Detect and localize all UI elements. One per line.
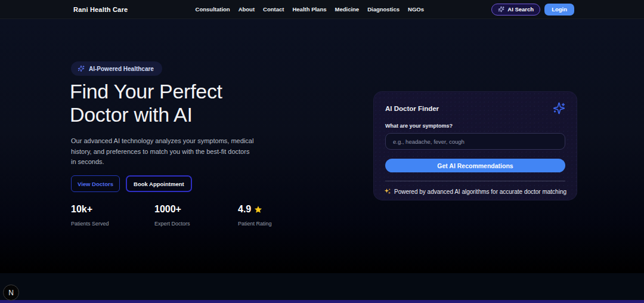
title-line-2: Doctor with AI <box>70 103 222 126</box>
dev-badge-letter: N <box>8 289 14 297</box>
stats-row: 10k+ Patients Served 1000+ Expert Doctor… <box>71 204 321 227</box>
page-title: Find Your Perfect Doctor with AI <box>70 80 222 126</box>
stat-label: Patients Served <box>71 221 154 227</box>
stat-expert-doctors: 1000+ Expert Doctors <box>154 204 238 227</box>
gold-sparkles-icon <box>384 188 391 195</box>
nav-link-medicine[interactable]: Medicine <box>335 6 360 13</box>
nav-link-ngos[interactable]: NGOs <box>408 6 424 13</box>
finder-card-title: AI Doctor Finder <box>385 105 439 112</box>
get-recommendations-button[interactable]: Get AI Recommendations <box>385 159 565 172</box>
sparkles-icon <box>498 6 504 13</box>
rating-number: 4.9 <box>238 204 251 215</box>
hero-description: Our advanced AI technology analyzes your… <box>71 136 256 168</box>
stat-label: Patient Rating <box>238 221 321 227</box>
stat-patients-served: 10k+ Patients Served <box>71 204 154 227</box>
book-appointment-button[interactable]: Book Appointment <box>126 175 192 192</box>
bottom-accent-bar <box>0 300 644 303</box>
stat-patient-rating: 4.9 Patient Rating <box>238 204 321 227</box>
stat-value: 4.9 <box>238 204 321 215</box>
stat-value: 1000+ <box>154 204 238 215</box>
view-doctors-button[interactable]: View Doctors <box>71 175 120 192</box>
title-line-1: Find Your Perfect <box>70 80 222 103</box>
ai-powered-badge: AI-Powered Healthcare <box>71 61 162 76</box>
brand-logo[interactable]: Rani Health Care <box>73 6 128 13</box>
ai-search-button[interactable]: AI Search <box>491 4 540 16</box>
footer <box>0 273 644 300</box>
badge-label: AI-Powered Healthcare <box>89 66 154 72</box>
nav-link-consultation[interactable]: Consultation <box>196 6 230 13</box>
sparkles-icon <box>78 65 85 72</box>
sparkles-icon <box>553 102 565 115</box>
symptoms-input[interactable] <box>385 133 565 150</box>
login-button[interactable]: Login <box>544 4 574 16</box>
nav-link-diagnostics[interactable]: Diagnostics <box>367 6 400 13</box>
finder-footnote-text: Powered by advanced AI algorithms for ac… <box>394 188 566 195</box>
hero-section: AI-Powered Healthcare Find Your Perfect … <box>0 19 644 273</box>
star-icon <box>254 205 262 214</box>
stat-value: 10k+ <box>71 204 154 215</box>
header-actions: AI Search Login <box>491 4 574 16</box>
main-nav: Consultation About Contact Health Plans … <box>196 6 424 13</box>
ai-doctor-finder-card: AI Doctor Finder What are your symptoms?… <box>373 91 577 200</box>
finder-footnote: Powered by advanced AI algorithms for ac… <box>385 188 565 195</box>
nav-link-contact[interactable]: Contact <box>263 6 284 13</box>
card-divider <box>385 181 565 181</box>
top-navbar: Rani Health Care Consultation About Cont… <box>0 0 644 19</box>
cta-button-row: View Doctors Book Appointment <box>71 175 192 192</box>
finder-card-header: AI Doctor Finder <box>385 102 565 115</box>
nextjs-dev-badge[interactable]: N <box>3 285 19 301</box>
symptoms-label: What are your symptoms? <box>385 123 565 129</box>
nav-link-about[interactable]: About <box>239 6 255 13</box>
nav-link-health-plans[interactable]: Health Plans <box>292 6 326 13</box>
stat-label: Expert Doctors <box>154 221 238 227</box>
ai-search-label: AI Search <box>507 6 534 13</box>
